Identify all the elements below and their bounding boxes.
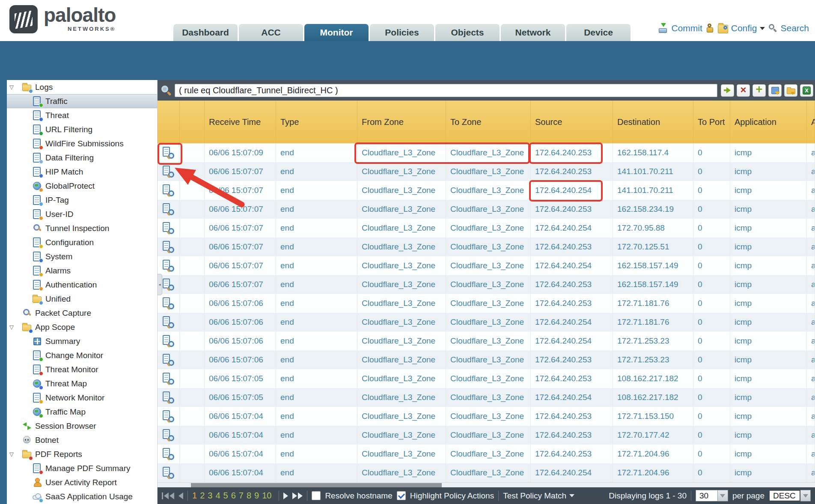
log-detail-magnifier-icon[interactable]: [161, 221, 175, 235]
log-row[interactable]: 06/06 15:07:05endCloudflare_L3_ZoneCloud…: [158, 369, 815, 388]
sidebar-collapse-handle[interactable]: ◄: [158, 274, 162, 295]
add-filter-button[interactable]: +: [753, 84, 766, 97]
sidebar-item-threat[interactable]: Threat: [7, 108, 157, 122]
resolve-hostname-checkbox[interactable]: [312, 491, 321, 500]
column-header-to-port[interactable]: To Port: [693, 101, 730, 143]
sidebar-item-summary[interactable]: Summary: [7, 334, 157, 348]
log-detail-magnifier-icon[interactable]: [161, 428, 175, 442]
log-row[interactable]: 06/06 15:07:05endCloudflare_L3_ZoneCloud…: [158, 388, 815, 407]
next-page-button[interactable]: [283, 492, 288, 499]
export-csv-button[interactable]: X: [800, 84, 813, 97]
highlight-policy-actions-checkbox[interactable]: [397, 491, 406, 500]
tab-network[interactable]: Network: [501, 24, 565, 41]
sidebar-item-saas-application-usage[interactable]: SaaS Application Usage: [7, 489, 157, 504]
sort-order-select[interactable]: DESC: [769, 490, 811, 501]
sidebar-item-traffic-map[interactable]: Traffic Map: [7, 405, 157, 419]
tree-expander-icon[interactable]: ▽: [9, 324, 19, 330]
log-detail-magnifier-icon[interactable]: [161, 258, 175, 273]
log-row[interactable]: 06/06 15:07:07endCloudflare_L3_ZoneCloud…: [158, 181, 815, 200]
page-number-2[interactable]: 2: [200, 491, 205, 501]
log-row[interactable]: 06/06 15:07:04endCloudflare_L3_ZoneCloud…: [158, 407, 815, 426]
sidebar-item-data-filtering[interactable]: Data Filtering: [7, 151, 157, 165]
search-button[interactable]: Search: [769, 23, 809, 33]
filter-builder-button[interactable]: [768, 84, 782, 97]
log-row[interactable]: 06/06 15:07:07endCloudflare_L3_ZoneCloud…: [158, 256, 815, 275]
sidebar-item-authentication[interactable]: Authentication: [7, 278, 157, 292]
log-row[interactable]: 06/06 15:07:07endCloudflare_L3_ZoneCloud…: [158, 162, 815, 181]
column-header-destination[interactable]: Destination: [613, 101, 693, 143]
column-header-a[interactable]: A: [807, 101, 815, 143]
lock-icon[interactable]: [706, 24, 714, 33]
page-number-10[interactable]: 10: [262, 491, 271, 501]
sidebar-item-botnet[interactable]: Botnet: [7, 433, 157, 447]
sidebar-item-threat-map[interactable]: Threat Map: [7, 377, 157, 391]
clear-filter-button[interactable]: ×: [737, 84, 750, 97]
sidebar-item-user-id[interactable]: User-ID: [7, 207, 157, 221]
per-page-select[interactable]: 30: [696, 490, 728, 501]
sidebar-item-unified[interactable]: Unified: [7, 292, 157, 306]
log-row[interactable]: 06/06 15:07:06endCloudflare_L3_ZoneCloud…: [158, 350, 815, 369]
sidebar-item-threat-monitor[interactable]: Threat Monitor: [7, 362, 157, 377]
tree-expander-icon[interactable]: ▽: [9, 451, 19, 457]
log-row[interactable]: 06/06 15:07:07endCloudflare_L3_ZoneCloud…: [158, 200, 815, 219]
sidebar-item-tunnel-inspection[interactable]: Tunnel Inspection: [7, 221, 157, 235]
log-detail-magnifier-icon[interactable]: [161, 240, 175, 254]
log-detail-magnifier-icon[interactable]: [161, 447, 175, 461]
log-row[interactable]: 06/06 15:07:04endCloudflare_L3_ZoneCloud…: [158, 426, 815, 445]
column-header-application[interactable]: Application: [730, 101, 807, 143]
log-filter-input[interactable]: [175, 84, 717, 97]
log-row[interactable]: 06/06 15:07:06endCloudflare_L3_ZoneCloud…: [158, 294, 815, 313]
log-detail-magnifier-icon[interactable]: [161, 465, 175, 480]
log-detail-magnifier-icon[interactable]: [161, 409, 175, 424]
column-header-receive-time[interactable]: Receive Time: [205, 101, 276, 143]
log-row[interactable]: 06/06 15:07:06endCloudflare_L3_ZoneCloud…: [158, 332, 815, 350]
previous-page-button[interactable]: [178, 492, 183, 499]
log-row[interactable]: 06/06 15:07:09endCloudflare_L3_ZoneCloud…: [158, 143, 815, 162]
sidebar-item-hip-match[interactable]: HIP Match: [7, 165, 157, 179]
commit-button[interactable]: Commit: [658, 23, 702, 33]
tab-dashboard[interactable]: Dashboard: [173, 24, 238, 41]
log-row[interactable]: 06/06 15:07:04endCloudflare_L3_ZoneCloud…: [158, 445, 815, 463]
log-detail-magnifier-icon[interactable]: [161, 296, 175, 311]
sidebar-item-globalprotect[interactable]: GlobalProtect: [7, 179, 157, 193]
last-page-button[interactable]: [292, 492, 303, 499]
sidebar-item-system[interactable]: System: [7, 249, 157, 264]
page-number-1[interactable]: 1: [192, 491, 197, 501]
sidebar-item-manage-pdf-summary[interactable]: Manage PDF Summary: [7, 461, 157, 475]
horizontal-scrollbar-thumb[interactable]: [191, 483, 442, 487]
page-number-4[interactable]: 4: [215, 491, 220, 501]
first-page-button[interactable]: [162, 492, 174, 499]
sidebar-item-change-monitor[interactable]: Change Monitor: [7, 348, 157, 362]
column-header-type[interactable]: Type: [276, 101, 357, 143]
tab-acc[interactable]: ACC: [239, 24, 303, 41]
page-number-7[interactable]: 7: [239, 491, 244, 501]
log-detail-magnifier-icon[interactable]: [161, 390, 175, 405]
config-menu-button[interactable]: Config: [718, 23, 765, 33]
sidebar-item-network-monitor[interactable]: Network Monitor: [7, 391, 157, 405]
log-row[interactable]: 06/06 15:07:07endCloudflare_L3_ZoneCloud…: [158, 219, 815, 237]
sidebar-item-user-activity-report[interactable]: User Activity Report: [7, 475, 157, 489]
log-row[interactable]: 06/06 15:07:07endCloudflare_L3_ZoneCloud…: [158, 237, 815, 256]
page-number-5[interactable]: 5: [223, 491, 228, 501]
sidebar-item-session-browser[interactable]: Session Browser: [7, 419, 157, 433]
log-detail-magnifier-icon[interactable]: [161, 183, 175, 198]
log-detail-magnifier-icon[interactable]: [161, 371, 175, 386]
sidebar-item-url-filtering[interactable]: URL Filtering: [7, 122, 157, 136]
sidebar-item-ip-tag[interactable]: IP-Tag: [7, 193, 157, 207]
log-row[interactable]: 06/06 15:07:04endCloudflare_L3_ZoneCloud…: [158, 463, 815, 482]
sidebar-item-app-scope[interactable]: ▽App Scope: [7, 320, 157, 334]
column-header-from-zone[interactable]: From Zone: [357, 101, 446, 143]
sidebar-item-packet-capture[interactable]: Packet Capture: [7, 306, 157, 320]
page-number-3[interactable]: 3: [208, 491, 212, 501]
page-number-9[interactable]: 9: [254, 491, 259, 501]
log-detail-magnifier-icon[interactable]: [161, 277, 175, 292]
page-number-6[interactable]: 6: [231, 491, 236, 501]
log-detail-magnifier-icon[interactable]: [161, 164, 175, 179]
load-filter-button[interactable]: [784, 84, 797, 97]
column-header-to-zone[interactable]: To Zone: [446, 101, 531, 143]
tab-policies[interactable]: Policies: [370, 24, 434, 41]
sidebar-item-pdf-reports[interactable]: ▽PDF Reports: [7, 447, 157, 461]
log-detail-magnifier-icon[interactable]: [161, 315, 175, 329]
log-detail-magnifier-icon[interactable]: [161, 145, 175, 160]
column-header-source[interactable]: Source: [531, 101, 613, 143]
